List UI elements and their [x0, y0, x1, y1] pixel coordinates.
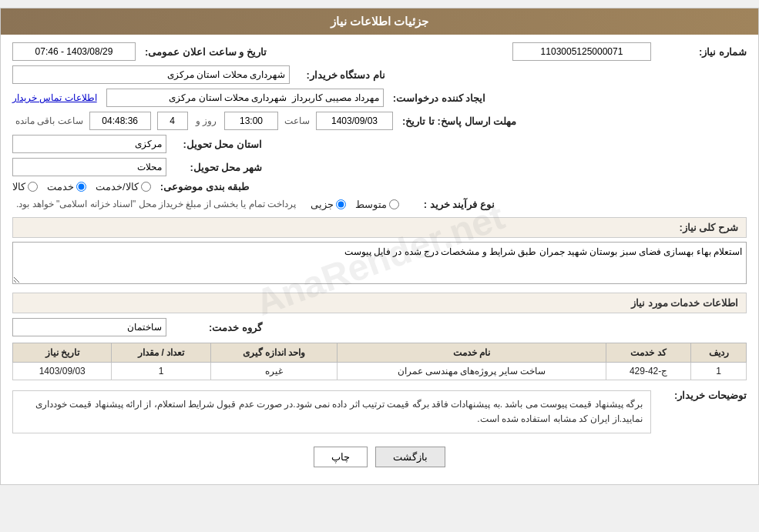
buyer-notes-label: توضیحات خریدار:: [654, 390, 747, 401]
radio-kala[interactable]: کالا: [12, 181, 38, 192]
cell-vahed: غیره: [210, 363, 337, 380]
services-table-section: ردیف کد خدمت نام خدمت واحد اندازه گیری ت…: [12, 343, 747, 380]
col-vahed: واحد اندازه گیری: [210, 343, 337, 363]
radio-kala-khedmat[interactable]: کالا/خدمت: [96, 181, 151, 192]
cell-tarikh: 1403/09/03: [13, 363, 112, 380]
mohlat-label: مهلت ارسال پاسخ: تا تاریخ:: [396, 115, 516, 127]
ijad-konande-label: ایجاد کننده درخواست:: [387, 92, 486, 104]
col-radif: ردیف: [691, 343, 747, 363]
cell-radif: 1: [691, 363, 747, 380]
col-kod: کد خدمت: [606, 343, 691, 363]
col-tedad: تعداد / مقدار: [112, 343, 210, 363]
tarikh-aalan-label: تاریخ و ساعت اعلان عمومی:: [139, 46, 267, 58]
date-input[interactable]: [316, 112, 393, 130]
page-title: جزئیات اطلاعات نیاز: [331, 15, 428, 28]
col-tarikh: تاریخ نیاز: [13, 343, 112, 363]
rooz-label: روز و: [196, 115, 217, 126]
saat-label: ساعت: [284, 115, 310, 126]
col-nam: نام خدمت: [338, 343, 606, 363]
back-button[interactable]: بازگشت: [375, 447, 445, 467]
rooz-input[interactable]: [157, 112, 188, 130]
radio-khedmat[interactable]: خدمت: [47, 181, 86, 192]
noe-farayand-radio-group: متوسط جزیی: [311, 199, 399, 210]
noe-note: پرداخت تمام یا بخشی از مبلغ خریداز محل "…: [12, 197, 300, 211]
khadamat-section-header: اطلاعات خدمات مورد نیاز: [12, 293, 747, 313]
nam-dastgah-label: نام دستگاه خریدار:: [293, 69, 385, 81]
gorohe-khedmat-label: گروه خدمت:: [170, 322, 262, 333]
shahr-input[interactable]: [12, 158, 166, 176]
baqi-input[interactable]: [89, 112, 151, 130]
buyer-notes-box: برگه پیشنهاد قیمت پیوست می باشد .به پیشن…: [12, 390, 651, 433]
baqi-label: ساعت باقی مانده: [15, 115, 83, 126]
sharh-textarea[interactable]: [12, 242, 747, 284]
noe-farayand-label: نوع فرآیند خرید :: [402, 199, 495, 210]
services-table: ردیف کد خدمت نام خدمت واحد اندازه گیری ت…: [12, 343, 747, 380]
nam-dastgah-input[interactable]: [12, 65, 290, 84]
gorohe-khedmat-input[interactable]: [12, 318, 166, 336]
buttons-row: بازگشت چاپ: [12, 447, 747, 467]
cell-kod: ج-42-429: [606, 363, 691, 380]
cell-tedad: 1: [112, 363, 210, 380]
tarikh-aalan-input[interactable]: [12, 42, 136, 61]
sharh-section-header: شرح کلی نیاز:: [12, 217, 747, 238]
saat-input[interactable]: [224, 112, 278, 130]
ostan-label: استان محل تحویل:: [170, 139, 262, 150]
page-header: جزئیات اطلاعات نیاز: [1, 8, 758, 35]
tabaqe-label: طبقه بندی موضوعی:: [154, 181, 250, 192]
shahr-label: شهر محل تحویل:: [170, 162, 262, 173]
table-row: 1 ج-42-429 ساخت سایر پروژه‌های مهندسی عم…: [13, 363, 747, 380]
tabaqe-radio-group: کالا/خدمت خدمت کالا: [12, 181, 151, 192]
radio-motavaset[interactable]: متوسط: [355, 199, 399, 210]
etela-tamas-link[interactable]: اطلاعات تماس خریدار: [12, 92, 97, 103]
ijad-konande-input[interactable]: [106, 89, 384, 107]
cell-nam: ساخت سایر پروژه‌های مهندسی عمران: [338, 363, 606, 380]
shomara-niaz-input[interactable]: [512, 42, 651, 61]
ostan-input[interactable]: [12, 135, 166, 153]
radio-jozyi[interactable]: جزیی: [311, 199, 346, 210]
print-button[interactable]: چاپ: [314, 447, 368, 467]
shomara-niaz-label: شماره نیاز:: [654, 46, 747, 58]
